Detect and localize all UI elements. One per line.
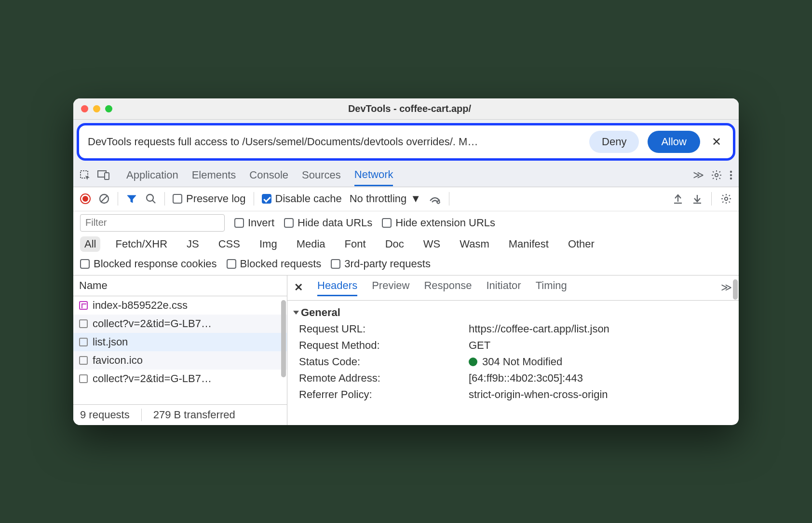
tab-network[interactable]: Network [354, 165, 393, 186]
divider [449, 192, 449, 206]
request-row[interactable]: collect?v=2&tid=G-LB7… [73, 315, 287, 333]
header-row: Referrer Policy:strict-origin-when-cross… [294, 386, 732, 403]
tab-sources[interactable]: Sources [302, 165, 341, 185]
hide-data-urls-checkbox[interactable] [284, 218, 294, 228]
type-filter-css[interactable]: CSS [214, 236, 244, 252]
type-filter-media[interactable]: Media [292, 236, 330, 252]
tab-application[interactable]: Application [126, 165, 178, 185]
record-button[interactable] [80, 193, 91, 204]
type-filter-font[interactable]: Font [340, 236, 370, 252]
blocked-requests-checkbox[interactable] [227, 259, 236, 269]
hide-extension-urls-checkbox[interactable] [382, 218, 392, 228]
request-name: collect?v=2&tid=G-LB7… [93, 372, 212, 385]
header-row: Request Method:GET [294, 337, 732, 354]
general-section-header[interactable]: General [294, 304, 732, 321]
disclosure-triangle-icon [293, 311, 299, 315]
third-party-checkbox[interactable] [331, 259, 340, 269]
inspect-icon[interactable] [79, 169, 91, 181]
invert-checkbox[interactable] [234, 218, 244, 228]
disable-cache-checkbox[interactable] [262, 194, 271, 204]
filter-icon[interactable] [126, 193, 137, 205]
deny-button[interactable]: Deny [589, 131, 639, 153]
type-filter-other[interactable]: Other [564, 236, 599, 252]
infobar-message: DevTools requests full access to /Users/… [88, 136, 581, 148]
blocked-requests-label: Blocked requests [240, 258, 322, 270]
detail-tabs-more-icon[interactable]: ≫ [721, 281, 732, 294]
document-icon [79, 356, 88, 365]
more-menu-icon[interactable] [729, 169, 733, 181]
svg-line-10 [152, 200, 155, 203]
detail-tab-initiator[interactable]: Initiator [486, 279, 521, 296]
blocked-cookies-toggle[interactable]: Blocked response cookies [80, 258, 217, 270]
network-conditions-icon[interactable] [429, 193, 441, 204]
header-value: 304 Not Modified [469, 356, 562, 368]
request-row[interactable]: favicon.ico [73, 351, 287, 370]
type-filter-js[interactable]: JS [182, 236, 203, 252]
window-title: DevTools - coffee-cart.app/ [112, 103, 707, 114]
svg-point-4 [730, 171, 732, 173]
chevron-down-icon: ▼ [410, 193, 421, 205]
preserve-log-toggle[interactable]: Preserve log [173, 193, 246, 205]
divider [118, 192, 118, 206]
blocked-cookies-checkbox[interactable] [80, 259, 90, 269]
search-icon[interactable] [145, 193, 157, 205]
hide-extension-urls-toggle[interactable]: Hide extension URLs [382, 217, 495, 229]
tab-elements[interactable]: Elements [192, 165, 236, 185]
tab-console[interactable]: Console [249, 165, 288, 185]
blocked-requests-toggle[interactable]: Blocked requests [227, 258, 322, 270]
type-filter-fetchxhr[interactable]: Fetch/XHR [111, 236, 172, 252]
request-row[interactable]: index-b859522e.css [73, 296, 287, 315]
header-key: Remote Address: [299, 372, 463, 385]
detail-tab-headers[interactable]: Headers [317, 279, 357, 296]
allow-button[interactable]: Allow [648, 131, 700, 153]
third-party-toggle[interactable]: 3rd-party requests [331, 258, 431, 270]
filter-input[interactable] [80, 214, 225, 232]
transferred-size: 279 B transferred [153, 409, 235, 421]
window-zoom-button[interactable] [105, 105, 112, 112]
invert-toggle[interactable]: Invert [234, 217, 274, 229]
request-row[interactable]: collect?v=2&tid=G-LB7… [73, 370, 287, 388]
detail-tab-preview[interactable]: Preview [372, 279, 409, 296]
scrollbar-thumb[interactable] [733, 279, 738, 300]
throttling-label: No throttling [350, 193, 407, 205]
divider [141, 409, 142, 421]
disable-cache-toggle[interactable]: Disable cache [262, 193, 342, 205]
panel-tabs-more-icon[interactable]: ≫ [693, 169, 704, 181]
header-row: Request URL:https://coffee-cart.app/list… [294, 321, 732, 337]
filter-row: Invert Hide data URLs Hide extension URL… [73, 211, 739, 234]
settings-gear-icon[interactable] [711, 169, 722, 181]
content-split: Name index-b859522e.csscollect?v=2&tid=G… [73, 275, 739, 425]
header-row: Remote Address:[64:ff9b::4b02:3c05]:443 [294, 370, 732, 386]
type-filter-all[interactable]: All [80, 236, 100, 252]
type-filter-img[interactable]: Img [255, 236, 282, 252]
type-filter-wasm[interactable]: Wasm [455, 236, 494, 252]
scrollbar-thumb[interactable] [281, 300, 286, 377]
divider [711, 192, 712, 206]
download-har-icon[interactable] [692, 193, 703, 205]
network-settings-gear-icon[interactable] [720, 193, 732, 205]
type-filter-doc[interactable]: Doc [381, 236, 408, 252]
stylesheet-icon [79, 301, 88, 310]
window-close-button[interactable] [81, 105, 88, 112]
type-filter-manifest[interactable]: Manifest [504, 236, 553, 252]
preserve-log-checkbox[interactable] [173, 194, 182, 204]
upload-har-icon[interactable] [673, 193, 683, 205]
clear-icon[interactable] [98, 193, 110, 205]
request-name: list.json [93, 336, 128, 348]
devtools-window: DevTools - coffee-cart.app/ DevTools req… [73, 98, 739, 425]
infobar-close-icon[interactable]: ✕ [709, 135, 724, 149]
request-row[interactable]: list.json [73, 333, 287, 351]
detail-tab-timing[interactable]: Timing [536, 279, 567, 296]
type-filter-ws[interactable]: WS [419, 236, 445, 252]
name-column-header[interactable]: Name [73, 275, 287, 296]
requests-count: 9 requests [80, 409, 130, 421]
device-toggle-icon[interactable] [97, 170, 110, 180]
window-minimize-button[interactable] [93, 105, 100, 112]
blocked-cookies-label: Blocked response cookies [94, 258, 217, 270]
detail-tab-response[interactable]: Response [424, 279, 472, 296]
throttling-select[interactable]: No throttling ▼ [350, 193, 421, 205]
hide-data-urls-toggle[interactable]: Hide data URLs [284, 217, 372, 229]
detail-close-icon[interactable]: ✕ [294, 281, 303, 294]
request-type-filters: AllFetch/XHRJSCSSImgMediaFontDocWSWasmMa… [73, 234, 739, 255]
infobar-container: DevTools requests full access to /Users/… [73, 120, 739, 164]
